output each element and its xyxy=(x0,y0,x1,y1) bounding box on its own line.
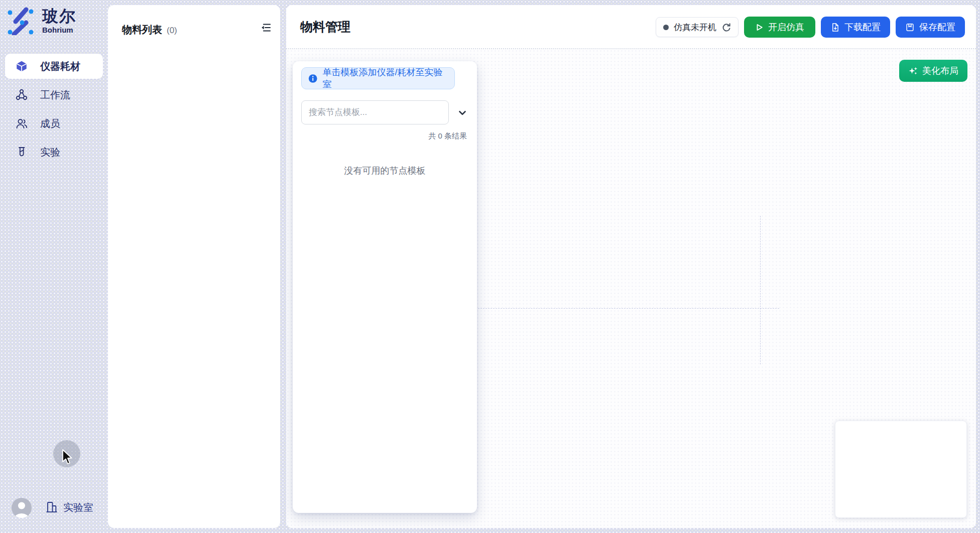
info-banner: 单击模板添加仪器/耗材至实验室 xyxy=(301,67,455,89)
simulation-status-pill[interactable]: 仿真未开机 xyxy=(656,17,739,37)
cube-icon xyxy=(15,60,28,73)
template-filter-toggle[interactable] xyxy=(455,106,470,120)
lab-switcher[interactable]: 实验室 xyxy=(45,500,93,514)
file-download-icon xyxy=(830,23,840,32)
avatar-person-icon xyxy=(12,498,32,518)
minimap[interactable] xyxy=(835,421,967,518)
members-icon xyxy=(15,117,28,130)
template-panel: 单击模板添加仪器/耗材至实验室 共 0 条结果 没有可用的节点模板 xyxy=(293,61,477,513)
avatar[interactable] xyxy=(12,498,32,518)
status-dot xyxy=(663,25,669,30)
save-config-button[interactable]: 保存配置 xyxy=(896,17,965,38)
refresh-icon[interactable] xyxy=(721,23,731,32)
sidebar-item-label: 工作流 xyxy=(40,88,70,102)
sidebar-item-workflow[interactable]: 工作流 xyxy=(5,82,103,107)
sidebar-item-members[interactable]: 成员 xyxy=(5,111,103,136)
materials-panel-title: 物料列表 xyxy=(122,23,162,37)
sidebar-nav: 仪器耗材 工作流 xyxy=(0,54,108,168)
test-tube-icon xyxy=(15,146,28,159)
guide-line-vertical xyxy=(760,216,761,364)
simulation-status-label: 仿真未开机 xyxy=(674,22,716,33)
sidebar-item-label: 仪器耗材 xyxy=(40,60,80,73)
bohrium-logo-icon xyxy=(7,6,34,35)
flow-canvas[interactable]: 单击模板添加仪器/耗材至实验室 共 0 条结果 没有可用的节点模板 xyxy=(286,49,976,528)
sidebar-item-label: 成员 xyxy=(40,117,60,130)
guide-line-horizontal xyxy=(478,308,779,309)
building-icon xyxy=(45,500,58,514)
materials-panel: 物料列表 (0) xyxy=(108,5,280,528)
empty-message: 没有可用的节点模板 xyxy=(293,165,477,177)
sidebar-item-experiments[interactable]: 实验 xyxy=(5,140,103,165)
workflow-icon xyxy=(15,88,28,101)
info-icon xyxy=(308,74,317,83)
save-config-label: 保存配置 xyxy=(919,21,955,33)
brand-name-en: Bohrium xyxy=(42,26,76,34)
page-background: 玻尔 Bohrium 仪器耗材 xyxy=(0,0,980,533)
sidebar-item-label: 实验 xyxy=(40,146,60,159)
save-icon xyxy=(905,23,915,32)
collapse-panel-button[interactable] xyxy=(258,20,273,35)
header-controls: 仿真未开机 开启仿真 xyxy=(656,5,965,49)
sidebar: 玻尔 Bohrium 仪器耗材 xyxy=(0,0,108,533)
page-title: 物料管理 xyxy=(300,19,350,35)
result-count: 共 0 条结果 xyxy=(293,131,477,141)
search-row xyxy=(301,100,472,124)
lab-label: 实验室 xyxy=(63,501,93,514)
materials-count-badge: (0) xyxy=(167,26,177,36)
sidebar-item-instruments[interactable]: 仪器耗材 xyxy=(5,54,103,79)
collapse-icon xyxy=(260,22,272,34)
beautify-layout-button[interactable]: 美化布局 xyxy=(899,60,967,82)
main-header: 物料管理 仿真未开机 开启仿真 xyxy=(286,5,976,49)
mouse-cursor xyxy=(62,449,73,465)
sparkles-icon xyxy=(908,66,918,76)
start-simulation-label: 开启仿真 xyxy=(768,21,804,33)
start-simulation-button[interactable]: 开启仿真 xyxy=(744,17,815,38)
materials-panel-header: 物料列表 (0) xyxy=(108,5,280,37)
play-icon xyxy=(755,23,764,32)
beautify-layout-label: 美化布局 xyxy=(922,65,958,77)
brand-name-cn: 玻尔 xyxy=(42,8,76,25)
main-card: 物料管理 仿真未开机 开启仿真 xyxy=(286,5,976,528)
sidebar-footer: 实验室 xyxy=(0,497,108,520)
download-config-label: 下载配置 xyxy=(844,21,881,33)
search-input[interactable] xyxy=(301,100,449,124)
chevron-down-icon xyxy=(457,107,468,118)
info-banner-text: 单击模板添加仪器/耗材至实验室 xyxy=(322,66,448,90)
download-config-button[interactable]: 下载配置 xyxy=(821,17,890,38)
brand-logo[interactable]: 玻尔 Bohrium xyxy=(7,6,76,35)
